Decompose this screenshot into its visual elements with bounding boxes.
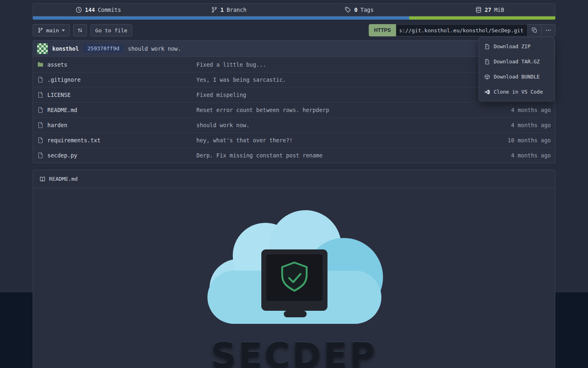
file-commit-message[interactable]: Reset error count between rows. herpderp <box>196 107 473 113</box>
readme-title: README.md <box>49 176 78 182</box>
menu-item-label: Clone in VS Code <box>494 89 543 95</box>
branches-count: 1 <box>220 7 224 13</box>
package-icon <box>484 74 490 80</box>
file-name[interactable]: LICENSE <box>47 92 71 98</box>
project-logo-text: SECDEP <box>211 338 377 368</box>
branches-label: Branch <box>227 7 247 13</box>
menu-item-download-bundle[interactable]: Download BUNDLE <box>479 69 554 84</box>
file-commit-time: 4 months ago <box>473 107 551 113</box>
compare-button[interactable] <box>73 24 87 36</box>
stat-branches[interactable]: 1 Branch <box>164 7 294 13</box>
stat-size: 27 MiB <box>425 7 555 13</box>
go-to-file-button[interactable]: Go to file <box>90 24 132 36</box>
file-icon <box>37 152 44 159</box>
table-row: .gitignore Yes, I was being sarcastic. <box>33 72 555 87</box>
file-name[interactable]: requirements.txt <box>47 137 100 144</box>
file-commit-message[interactable]: hey, what's that over there?! <box>196 137 473 144</box>
table-row: README.md Reset error count between rows… <box>33 102 555 117</box>
file-name[interactable]: secdep.py <box>47 152 77 159</box>
copy-icon <box>532 27 537 33</box>
kebab-horizontal-icon <box>546 27 551 33</box>
tags-label: Tags <box>361 7 374 13</box>
clone-panel: HTTPS <box>369 24 555 36</box>
commits-label: Commits <box>98 7 121 13</box>
table-row: secdep.py Derp. Fix missing constant pos… <box>33 148 555 163</box>
commit-message[interactable]: should work now. <box>128 45 181 52</box>
language-segment-1[interactable] <box>33 16 409 20</box>
branch-name: main <box>46 27 59 34</box>
chevron-down-icon <box>62 29 65 31</box>
file-commit-message[interactable]: should work now. <box>196 122 473 128</box>
database-icon <box>475 7 482 13</box>
history-icon <box>76 7 82 13</box>
menu-item-label: Download ZIP <box>494 43 530 49</box>
project-logo-image <box>200 209 388 335</box>
table-row: requirements.txt hey, what's that over t… <box>33 132 555 148</box>
vscode-icon <box>484 89 490 95</box>
stat-commits[interactable]: 144 Commits <box>33 7 164 13</box>
branch-icon <box>38 27 43 33</box>
clone-url-input[interactable] <box>396 24 528 36</box>
menu-item-label: Download TAR.GZ <box>494 58 540 65</box>
clone-dropdown-menu: Download ZIP Download TAR.GZ Download BU… <box>479 37 555 101</box>
size-label: MiB <box>494 7 504 13</box>
compare-icon <box>77 27 83 33</box>
table-row: assets Fixed a little bug... <box>33 57 555 72</box>
file-icon <box>37 92 44 98</box>
file-commit-message[interactable]: Fixed a little bug... <box>196 61 473 68</box>
file-icon <box>37 76 44 83</box>
size-count: 27 <box>485 7 491 13</box>
archive-icon <box>484 59 490 65</box>
repo-page: 144 Commits 1 Branch 0 Tags 27 MiB main <box>33 0 555 368</box>
file-name[interactable]: .gitignore <box>47 76 80 83</box>
file-icon <box>37 122 44 128</box>
file-icon <box>37 137 44 144</box>
file-commit-time: 4 months ago <box>473 122 551 128</box>
commit-hash-badge[interactable]: 259370ff9d <box>83 44 123 53</box>
readme-panel: README.md SECDEP <box>33 170 555 368</box>
folder-icon <box>37 61 44 68</box>
go-to-file-label: Go to file <box>95 27 127 34</box>
readme-header: README.md <box>33 170 555 188</box>
https-protocol-button[interactable]: HTTPS <box>369 24 396 36</box>
menu-item-clone-vscode[interactable]: Clone in VS Code <box>479 84 554 99</box>
file-name[interactable]: harden <box>47 122 67 128</box>
language-bar[interactable] <box>33 16 555 20</box>
commits-count: 144 <box>85 7 95 13</box>
archive-icon <box>484 44 490 49</box>
branch-selector[interactable]: main <box>33 24 70 36</box>
book-icon <box>40 176 45 182</box>
file-commit-message[interactable]: Fixed mispeling <box>196 92 473 98</box>
table-row: LICENSE Fixed mispeling <box>33 87 555 102</box>
file-listing: konsthol 259370ff9d should work now. ass… <box>33 40 555 163</box>
tag-icon <box>345 7 351 13</box>
repo-stats-bar: 144 Commits 1 Branch 0 Tags 27 MiB <box>33 3 555 16</box>
file-commit-message[interactable]: Yes, I was being sarcastic. <box>196 76 473 83</box>
file-commit-message[interactable]: Derp. Fix missing constant post rename <box>196 152 473 159</box>
branch-icon <box>211 7 218 13</box>
file-commit-time: 4 months ago <box>473 152 551 159</box>
tags-count: 0 <box>354 7 357 13</box>
stat-tags[interactable]: 0 Tags <box>294 7 425 13</box>
menu-item-label: Download BUNDLE <box>494 74 540 80</box>
identicon <box>37 43 48 54</box>
repo-toolbar: main Go to file HTTPS <box>33 24 555 37</box>
https-label: HTTPS <box>374 27 391 33</box>
commit-author[interactable]: konsthol <box>52 45 79 52</box>
file-icon <box>37 107 44 113</box>
latest-commit-header: konsthol 259370ff9d should work now. <box>33 40 555 57</box>
file-name[interactable]: assets <box>47 61 67 68</box>
more-options-button[interactable] <box>541 24 555 36</box>
file-name[interactable]: README.md <box>47 107 77 113</box>
avatar[interactable] <box>37 43 48 54</box>
file-commit-time: 10 months ago <box>473 137 551 144</box>
table-row: harden should work now. 4 months ago <box>33 117 555 132</box>
menu-item-download-targz[interactable]: Download TAR.GZ <box>479 54 554 69</box>
copy-url-button[interactable] <box>528 24 541 36</box>
language-segment-2[interactable] <box>409 16 555 20</box>
readme-content: SECDEP <box>33 188 555 368</box>
menu-item-download-zip[interactable]: Download ZIP <box>479 39 554 54</box>
